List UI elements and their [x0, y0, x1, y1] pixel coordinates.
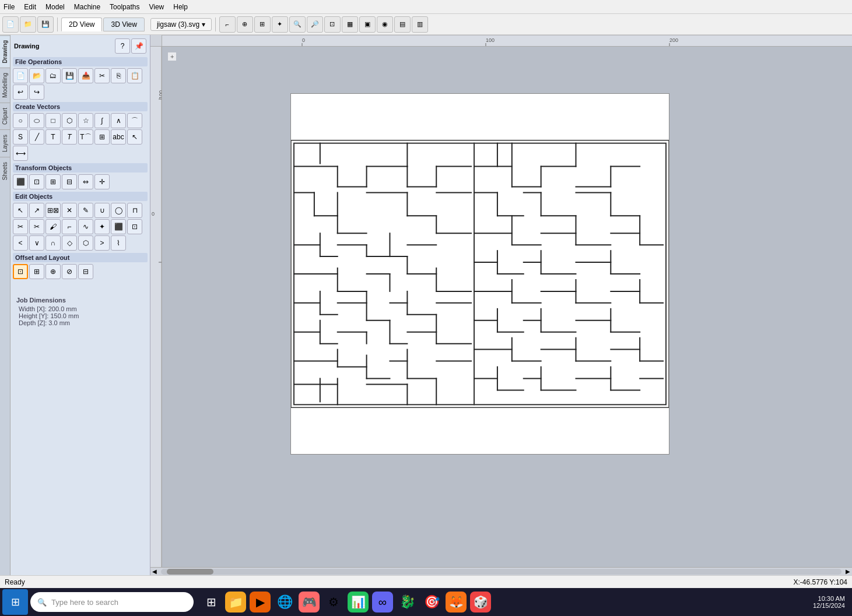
menu-machine[interactable]: Machine — [74, 3, 100, 11]
tool-nesting[interactable]: ⊕ — [45, 264, 61, 279]
tool-group[interactable]: ⊡ — [29, 174, 44, 189]
tool-line[interactable]: ╱ — [29, 129, 44, 145]
tool-color-fill[interactable]: ⬛ — [111, 219, 126, 234]
toolbar-snap-mid[interactable]: ⊕ — [237, 16, 253, 33]
toolbar-snap-corner[interactable]: ⌐ — [219, 16, 236, 33]
tool-hex[interactable]: ⬡ — [78, 235, 93, 251]
tool-tangent[interactable]: ∨ — [29, 235, 44, 251]
search-placeholder[interactable]: Type here to search — [51, 598, 118, 607]
toolbar-zoom-out[interactable]: 🔎 — [307, 16, 323, 33]
scroll-left-btn[interactable]: ◀ — [150, 568, 159, 575]
tool-close2[interactable]: ⌇ — [111, 235, 126, 251]
scroll-thumb-h[interactable] — [167, 569, 213, 575]
tool-mirror[interactable]: ⇔ — [78, 174, 93, 189]
scroll-track-h[interactable] — [161, 569, 842, 575]
tool-polygon[interactable]: ⬡ — [62, 113, 77, 128]
tool-polyline[interactable]: ∧ — [111, 113, 126, 128]
tool-diamond[interactable]: ◇ — [62, 235, 77, 251]
taskbar-app4[interactable]: ∞ — [372, 592, 393, 613]
tool-arc[interactable]: ⌒ — [127, 113, 142, 128]
menu-help[interactable]: Help — [173, 3, 188, 11]
tool-layout[interactable]: ⊟ — [78, 264, 93, 279]
tool-node-add[interactable]: ✦ — [94, 219, 110, 234]
tool-crosshair[interactable]: ✛ — [94, 174, 110, 189]
search-box[interactable]: 🔍 Type here to search — [30, 592, 194, 612]
tool-curve-a[interactable]: ∩ — [45, 235, 61, 251]
toolbar-zoom-in[interactable]: 🔍 — [289, 16, 306, 33]
taskbar-chrome[interactable]: 🌐 — [274, 592, 295, 613]
tool-distribute[interactable]: ⊟ — [62, 174, 77, 189]
menu-view[interactable]: View — [149, 3, 164, 11]
tool-redo[interactable]: ↪ — [29, 85, 44, 100]
side-tab-clipart[interactable]: Clipart — [0, 103, 10, 129]
taskbar-app7[interactable]: 🦊 — [446, 592, 467, 613]
tool-paint[interactable]: 🖌 — [45, 219, 61, 234]
tool-text[interactable]: T — [45, 129, 61, 145]
tool-gt[interactable]: > — [94, 235, 110, 251]
tool-spiral[interactable]: S — [13, 129, 28, 145]
tool-select[interactable]: ↖ — [13, 203, 28, 218]
tool-align-tl[interactable]: ⬛ — [13, 174, 28, 189]
toolbar-layer1[interactable]: ▦ — [342, 16, 358, 33]
tool-dim[interactable]: ⟷ — [13, 146, 28, 161]
tool-abc[interactable]: abc — [111, 129, 126, 145]
taskbar-app5[interactable]: 🐉 — [397, 592, 418, 613]
menu-edit[interactable]: Edit — [24, 3, 36, 11]
taskbar-task-view[interactable]: ⊞ — [201, 592, 222, 613]
toolbar-save[interactable]: 💾 — [37, 16, 54, 33]
tool-rect[interactable]: □ — [45, 113, 61, 128]
side-tab-drawing[interactable]: Drawing — [0, 35, 10, 68]
tool-open[interactable]: 📂 — [29, 68, 44, 83]
taskbar-media[interactable]: ▶ — [250, 592, 271, 613]
scroll-right-btn[interactable]: ▶ — [844, 568, 852, 575]
tool-warp[interactable]: ⊡ — [127, 219, 142, 234]
tool-star[interactable]: ☆ — [78, 113, 93, 128]
tool-cut-vectors[interactable]: ✂ — [13, 219, 28, 234]
tool-bezier[interactable]: ∫ — [94, 113, 110, 128]
tool-table[interactable]: ⊞ — [94, 129, 110, 145]
toolbar-tiles2[interactable]: ▥ — [412, 16, 428, 33]
toolbar-open[interactable]: 📁 — [20, 16, 36, 33]
toolbar-zoom-fit[interactable]: ⊡ — [324, 16, 341, 33]
tool-angle-a[interactable]: < — [13, 235, 28, 251]
tool-ellipse[interactable]: ⬭ — [29, 113, 44, 128]
tool-copy[interactable]: ⎘ — [111, 68, 126, 83]
tool-smooth[interactable]: ∿ — [78, 219, 93, 234]
taskbar-explorer[interactable]: 📁 — [225, 592, 246, 613]
tool-node-edit[interactable]: ↗ — [29, 203, 44, 218]
tool-array[interactable]: ⊞ — [29, 264, 44, 279]
tool-trim[interactable]: ⊓ — [127, 203, 142, 218]
toolbar-tiles1[interactable]: ▤ — [394, 16, 411, 33]
menu-toolpaths[interactable]: Toolpaths — [110, 3, 139, 11]
tool-corner[interactable]: ⌐ — [62, 219, 77, 234]
side-tab-modelling[interactable]: Modelling — [0, 68, 10, 103]
side-tab-sheets[interactable]: Sheets — [0, 157, 10, 185]
tool-new-doc[interactable]: 📄 — [13, 68, 28, 83]
tool-import[interactable]: 📥 — [78, 68, 93, 83]
toolbar-snap-grid[interactable]: ✦ — [272, 16, 288, 33]
toolbar-layer2[interactable]: ▣ — [359, 16, 376, 33]
tool-align-center[interactable]: ⊞ — [45, 174, 61, 189]
menu-file[interactable]: File — [3, 3, 15, 11]
taskbar-app2[interactable]: ⚙ — [323, 592, 344, 613]
side-tab-layers[interactable]: Layers — [0, 129, 10, 157]
start-button[interactable]: ⊞ — [2, 589, 28, 615]
tool-close[interactable]: ◯ — [111, 203, 126, 218]
tool-circle[interactable]: ○ — [13, 113, 28, 128]
panel-pin[interactable]: 📌 — [131, 38, 146, 54]
taskbar-app1[interactable]: 🎮 — [299, 592, 320, 613]
tool-delete-nodes[interactable]: ✕ — [62, 203, 77, 218]
tool-save-doc[interactable]: 💾 — [62, 68, 77, 83]
tool-path-link[interactable]: ⊘ — [62, 264, 77, 279]
taskbar-app6[interactable]: 🎯 — [421, 592, 442, 613]
toolbar-3d-mode[interactable]: ◉ — [377, 16, 393, 33]
tool-edit-pen[interactable]: ✎ — [78, 203, 93, 218]
tool-join[interactable]: ∪ — [94, 203, 110, 218]
tab-2d-view[interactable]: 2D View — [61, 17, 102, 31]
toolbar-new[interactable]: 📄 — [2, 16, 19, 33]
tool-scissors[interactable]: ✂ — [29, 219, 44, 234]
tool-offset[interactable]: ⊡ — [13, 264, 28, 279]
tool-text-arc[interactable]: T⌒ — [78, 129, 93, 145]
tool-text-italic[interactable]: T — [62, 129, 77, 145]
scrollbar-horizontal[interactable]: ◀ ▶ — [150, 567, 852, 575]
